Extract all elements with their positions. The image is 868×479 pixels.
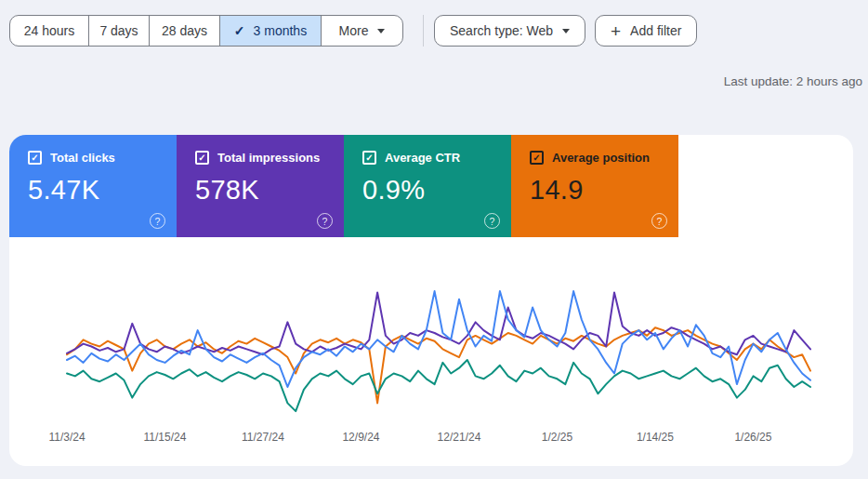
toolbar-divider: [423, 15, 424, 47]
date-range-28-days-label: 28 days: [162, 23, 207, 38]
x-axis-label: 1/26/25: [734, 431, 771, 444]
metric-label-total-clicks: Total clicks: [50, 151, 115, 165]
search-type-label: Search type: Web: [450, 23, 553, 38]
x-axis-label: 1/14/25: [637, 431, 674, 444]
metric-card-header: ✓ Average CTR: [362, 151, 511, 165]
help-icon[interactable]: ?: [651, 213, 667, 229]
x-axis-label: 11/15/24: [144, 431, 187, 444]
chevron-down-icon: [562, 29, 570, 33]
series-average-ctr: [67, 360, 810, 411]
checkbox-checked-icon[interactable]: ✓: [362, 151, 376, 165]
check-icon: ✓: [234, 23, 245, 38]
metric-value-total-clicks: 5.47K: [28, 175, 177, 206]
metric-card-header: ✓ Total clicks: [28, 151, 177, 165]
plus-icon: +: [611, 22, 621, 40]
metric-label-average-position: Average position: [552, 151, 650, 165]
metric-card-average-position[interactable]: ✓ Average position 14.9 ?: [511, 135, 678, 237]
date-range-3-months[interactable]: ✓ 3 months: [220, 16, 322, 46]
metric-card-total-impressions[interactable]: ✓ Total impressions 578K ?: [177, 135, 344, 237]
x-axis-label: 1/2/25: [542, 431, 572, 444]
metric-card-header: ✓ Average position: [530, 151, 678, 165]
date-range-7-days[interactable]: 7 days: [89, 16, 150, 46]
x-axis-label: 12/9/24: [342, 431, 379, 444]
date-range-24-hours-label: 24 hours: [24, 23, 74, 38]
x-axis-label: 11/3/24: [48, 431, 85, 444]
performance-panel: ✓ Total clicks 5.47K ? ✓ Total impressio…: [9, 135, 853, 466]
x-axis-label: 11/27/24: [242, 431, 284, 444]
date-range-more-label: More: [339, 23, 369, 38]
add-filter-button[interactable]: + Add filter: [595, 15, 697, 47]
date-range-28-days[interactable]: 28 days: [150, 16, 220, 46]
search-type-dropdown[interactable]: Search type: Web: [434, 15, 585, 47]
metric-label-average-ctr: Average CTR: [385, 151, 460, 165]
performance-line-chart[interactable]: [9, 265, 853, 437]
date-range-more-button[interactable]: More: [322, 16, 402, 46]
chevron-down-icon: [377, 29, 385, 33]
date-range-7-days-label: 7 days: [99, 23, 138, 38]
checkbox-checked-icon[interactable]: ✓: [28, 151, 42, 165]
last-update-text: Last update: 2 hours ago: [724, 74, 862, 88]
x-axis: 11/3/2411/15/2411/27/2412/9/2412/21/241/…: [9, 431, 853, 449]
series-average-position: [67, 327, 810, 403]
checkbox-checked-icon[interactable]: ✓: [195, 151, 209, 165]
metric-card-header: ✓ Total impressions: [195, 151, 344, 165]
add-filter-label: Add filter: [630, 23, 681, 38]
metric-value-average-position: 14.9: [530, 175, 678, 206]
x-axis-label: 12/21/24: [438, 431, 481, 444]
metric-card-total-clicks[interactable]: ✓ Total clicks 5.47K ?: [9, 135, 177, 237]
date-range-filter-group: 24 hours 7 days 28 days ✓ 3 months More: [9, 15, 403, 47]
chart-canvas: [9, 265, 853, 437]
metric-value-average-ctr: 0.9%: [362, 175, 511, 206]
metric-label-total-impressions: Total impressions: [217, 151, 320, 165]
date-range-3-months-label: 3 months: [254, 23, 308, 38]
metric-value-total-impressions: 578K: [195, 175, 344, 206]
help-icon[interactable]: ?: [150, 213, 165, 229]
checkbox-checked-icon[interactable]: ✓: [530, 151, 544, 165]
help-icon[interactable]: ?: [484, 213, 500, 229]
metric-card-average-ctr[interactable]: ✓ Average CTR 0.9% ?: [344, 135, 511, 237]
help-icon[interactable]: ?: [317, 213, 333, 229]
date-range-24-hours[interactable]: 24 hours: [10, 16, 89, 46]
